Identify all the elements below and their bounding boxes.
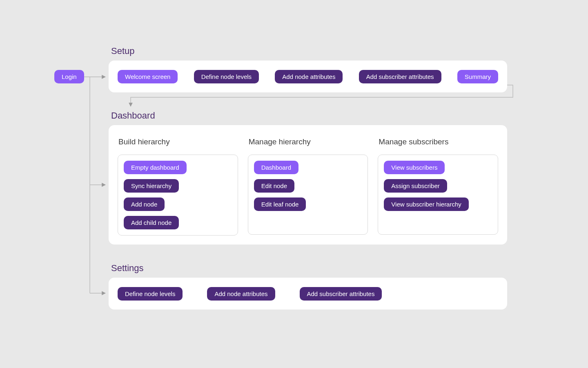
node-label: Add subscriber attributes bbox=[307, 290, 375, 297]
dashboard-panel: Build hierarchy Empty dashboard Sync hie… bbox=[109, 125, 507, 245]
node-label: Add node attributes bbox=[214, 290, 267, 297]
dashboard-col-build: Build hierarchy Empty dashboard Sync hie… bbox=[118, 135, 238, 235]
node-label: Define node levels bbox=[125, 290, 175, 297]
setup-step-welcome[interactable]: Welcome screen bbox=[118, 70, 178, 83]
node-label: Dashboard bbox=[261, 164, 291, 171]
node-label: Add child node bbox=[131, 219, 172, 226]
settings-node-attributes[interactable]: Add node attributes bbox=[207, 287, 275, 301]
node-label: Empty dashboard bbox=[131, 164, 179, 171]
setup-panel: Welcome screen Define node levels Add no… bbox=[109, 61, 507, 92]
dashboard-col-title: Build hierarchy bbox=[118, 137, 238, 146]
dashboard-col-manage-hierarchy: Manage hierarchy Dashboard Edit node Edi… bbox=[248, 135, 368, 235]
node-label: Assign subscriber bbox=[391, 182, 439, 189]
setup-step-label: Welcome screen bbox=[125, 73, 170, 80]
node-label: View subscriber hierarchy bbox=[391, 201, 461, 208]
setup-step-define-levels[interactable]: Define node levels bbox=[194, 70, 259, 83]
setup-step-summary[interactable]: Summary bbox=[457, 70, 498, 83]
dashboard-title: Dashboard bbox=[111, 110, 155, 121]
build-sync-hierarchy[interactable]: Sync hierarchy bbox=[124, 179, 179, 193]
node-label: Add node bbox=[131, 201, 157, 208]
setup-step-subscriber-attributes[interactable]: Add subscriber attributes bbox=[359, 70, 441, 83]
setup-step-label: Summary bbox=[465, 73, 491, 80]
build-empty-dashboard[interactable]: Empty dashboard bbox=[124, 161, 187, 174]
manage-dashboard[interactable]: Dashboard bbox=[254, 161, 298, 174]
setup-step-label: Add node attributes bbox=[282, 73, 335, 80]
dashboard-col-manage-subscribers: Manage subscribers View subscribers Assi… bbox=[378, 135, 498, 235]
settings-title: Settings bbox=[111, 263, 144, 274]
build-add-child-node[interactable]: Add child node bbox=[124, 216, 179, 229]
settings-define-levels[interactable]: Define node levels bbox=[118, 287, 183, 301]
login-label: Login bbox=[62, 73, 77, 80]
setup-title: Setup bbox=[111, 46, 135, 56]
manage-edit-node[interactable]: Edit node bbox=[254, 179, 294, 193]
node-label: Edit node bbox=[261, 182, 287, 189]
dashboard-col-title: Manage hierarchy bbox=[249, 137, 368, 146]
settings-subscriber-attributes[interactable]: Add subscriber attributes bbox=[300, 287, 382, 301]
node-label: Sync hierarchy bbox=[131, 182, 172, 189]
setup-step-label: Define node levels bbox=[201, 73, 252, 80]
build-add-node[interactable]: Add node bbox=[124, 197, 165, 211]
dashboard-col-box: Dashboard Edit node Edit leaf node bbox=[248, 155, 368, 235]
node-label: View subscribers bbox=[391, 164, 437, 171]
dashboard-columns: Build hierarchy Empty dashboard Sync hie… bbox=[118, 135, 498, 235]
dashboard-col-title: Manage subscribers bbox=[379, 137, 498, 146]
subs-view-subscriber-hierarchy[interactable]: View subscriber hierarchy bbox=[384, 197, 468, 211]
setup-steps-row: Welcome screen Define node levels Add no… bbox=[109, 61, 507, 92]
dashboard-col-box: Empty dashboard Sync hierarchy Add node … bbox=[118, 155, 238, 236]
subs-view-subscribers[interactable]: View subscribers bbox=[384, 161, 445, 174]
setup-step-label: Add subscriber attributes bbox=[366, 73, 434, 80]
setup-step-node-attributes[interactable]: Add node attributes bbox=[275, 70, 343, 83]
settings-row: Define node levels Add node attributes A… bbox=[118, 278, 382, 310]
dashboard-col-box: View subscribers Assign subscriber View … bbox=[378, 155, 498, 235]
manage-edit-leaf-node[interactable]: Edit leaf node bbox=[254, 197, 306, 211]
settings-panel: Define node levels Add node attributes A… bbox=[109, 278, 507, 310]
subs-assign-subscriber[interactable]: Assign subscriber bbox=[384, 179, 447, 193]
login-node[interactable]: Login bbox=[54, 70, 84, 83]
node-label: Edit leaf node bbox=[261, 201, 299, 208]
